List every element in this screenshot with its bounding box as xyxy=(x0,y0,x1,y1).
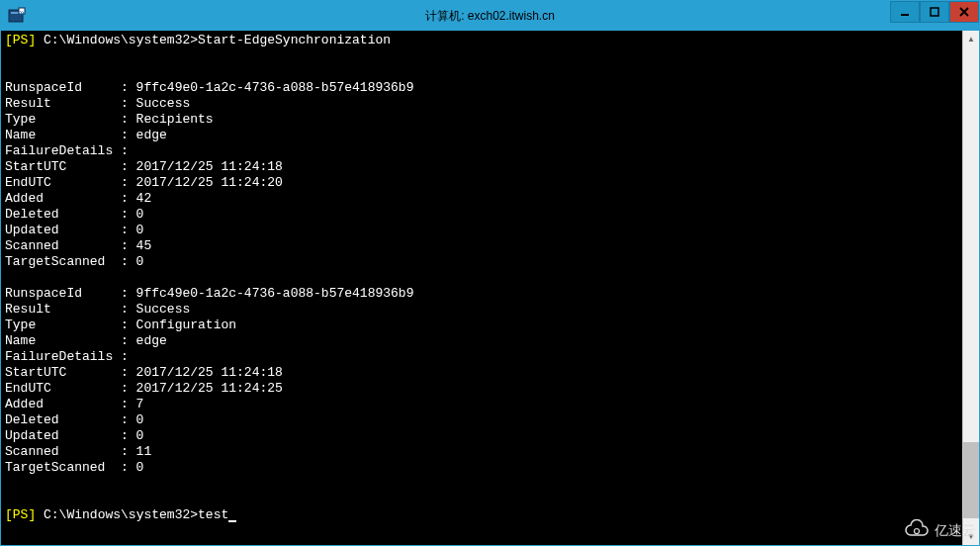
terminal-line: Scanned : 11 xyxy=(5,444,958,460)
field-added: Added : 42 xyxy=(5,191,151,206)
powershell-window: 计算机: exch02.itwish.cn [PS] C:\Windows\sy… xyxy=(0,0,980,546)
terminal-line xyxy=(5,64,958,80)
terminal-line: Deleted : 0 xyxy=(5,207,958,223)
titlebar[interactable]: 计算机: exch02.itwish.cn xyxy=(1,1,979,31)
terminal-line xyxy=(5,48,958,64)
field-runspaceid: RunspaceId : 9ffc49e0-1a2c-4736-a088-b57… xyxy=(5,80,413,95)
terminal-line: EndUTC : 2017/12/25 11:24:25 xyxy=(5,381,958,397)
terminal-line: StartUTC : 2017/12/25 11:24:18 xyxy=(5,365,958,381)
field-type: Type : Configuration xyxy=(5,318,236,332)
maximize-button[interactable] xyxy=(920,1,949,23)
command-text: test xyxy=(198,507,228,522)
field-failuredetails: FailureDetails : xyxy=(5,349,136,364)
field-result: Result : Success xyxy=(5,302,190,317)
scroll-track[interactable] xyxy=(963,47,979,528)
terminal-line: [PS] C:\Windows\system32>Start-EdgeSynch… xyxy=(5,33,958,48)
field-deleted: Deleted : 0 xyxy=(5,412,143,427)
terminal-line: Name : edge xyxy=(5,333,958,349)
app-icon xyxy=(7,6,27,26)
field-targetscanned: TargetScanned : 0 xyxy=(5,460,143,475)
field-updated: Updated : 0 xyxy=(5,428,143,443)
window-title: 计算机: exch02.itwish.cn xyxy=(425,8,555,25)
command-text: Start-EdgeSynchronization xyxy=(198,33,391,47)
field-endutc: EndUTC : 2017/12/25 11:24:20 xyxy=(5,175,283,190)
scroll-down-button[interactable]: ▼ xyxy=(963,528,979,545)
field-endutc: EndUTC : 2017/12/25 11:24:25 xyxy=(5,381,283,396)
field-name: Name : edge xyxy=(5,128,167,142)
cursor xyxy=(228,520,236,522)
field-failuredetails: FailureDetails : xyxy=(5,143,136,158)
field-runspaceid: RunspaceId : 9ffc49e0-1a2c-4736-a088-b57… xyxy=(5,286,413,301)
terminal-line: EndUTC : 2017/12/25 11:24:20 xyxy=(5,175,958,191)
field-deleted: Deleted : 0 xyxy=(5,207,143,222)
terminal-output[interactable]: [PS] C:\Windows\system32>Start-EdgeSynch… xyxy=(1,31,962,545)
field-scanned: Scanned : 45 xyxy=(5,238,151,253)
terminal-line: Deleted : 0 xyxy=(5,412,958,428)
field-targetscanned: TargetScanned : 0 xyxy=(5,254,143,269)
field-startutc: StartUTC : 2017/12/25 11:24:18 xyxy=(5,159,283,174)
minimize-button[interactable] xyxy=(890,1,920,23)
terminal-line: TargetScanned : 0 xyxy=(5,254,958,270)
terminal-line xyxy=(5,492,958,507)
terminal-line: Added : 42 xyxy=(5,191,958,207)
terminal-line: [PS] C:\Windows\system32>test xyxy=(5,507,958,523)
scrollbar[interactable]: ▲ ▼ xyxy=(962,31,979,545)
svg-rect-3 xyxy=(901,14,909,16)
prompt-ps: [PS] xyxy=(5,33,36,47)
maximize-icon xyxy=(930,7,939,17)
close-icon xyxy=(959,7,969,17)
terminal-line: Added : 7 xyxy=(5,397,958,412)
field-startutc: StartUTC : 2017/12/25 11:24:18 xyxy=(5,365,283,380)
terminal-line: RunspaceId : 9ffc49e0-1a2c-4736-a088-b57… xyxy=(5,80,958,96)
terminal-line: Name : edge xyxy=(5,128,958,143)
terminal-line: Type : Recipients xyxy=(5,112,958,128)
minimize-icon xyxy=(900,7,910,17)
terminal-line: StartUTC : 2017/12/25 11:24:18 xyxy=(5,159,958,175)
window-controls xyxy=(890,1,979,31)
field-scanned: Scanned : 11 xyxy=(5,444,151,459)
field-name: Name : edge xyxy=(5,333,167,348)
prompt-ps: [PS] xyxy=(5,507,36,522)
terminal-line: Updated : 0 xyxy=(5,428,958,444)
terminal-line: Result : Success xyxy=(5,96,958,112)
field-type: Type : Recipients xyxy=(5,112,214,127)
terminal-line xyxy=(5,270,958,286)
terminal-line: RunspaceId : 9ffc49e0-1a2c-4736-a088-b57… xyxy=(5,286,958,302)
field-updated: Updated : 0 xyxy=(5,223,143,237)
terminal-line: Updated : 0 xyxy=(5,223,958,238)
field-result: Result : Success xyxy=(5,96,190,111)
close-button[interactable] xyxy=(949,1,979,23)
scroll-thumb[interactable] xyxy=(963,442,979,519)
prompt-path: C:\Windows\system32> xyxy=(36,507,198,522)
terminal-line: FailureDetails : xyxy=(5,349,958,365)
terminal-line: TargetScanned : 0 xyxy=(5,460,958,476)
prompt-path: C:\Windows\system32> xyxy=(36,33,198,47)
terminal-area: [PS] C:\Windows\system32>Start-EdgeSynch… xyxy=(1,31,979,545)
terminal-line: Type : Configuration xyxy=(5,318,958,333)
svg-rect-4 xyxy=(931,8,938,16)
terminal-line xyxy=(5,476,958,492)
field-added: Added : 7 xyxy=(5,397,143,411)
terminal-line: Result : Success xyxy=(5,302,958,318)
terminal-line: FailureDetails : xyxy=(5,143,958,159)
scroll-up-button[interactable]: ▲ xyxy=(963,31,979,47)
terminal-line: Scanned : 45 xyxy=(5,238,958,254)
